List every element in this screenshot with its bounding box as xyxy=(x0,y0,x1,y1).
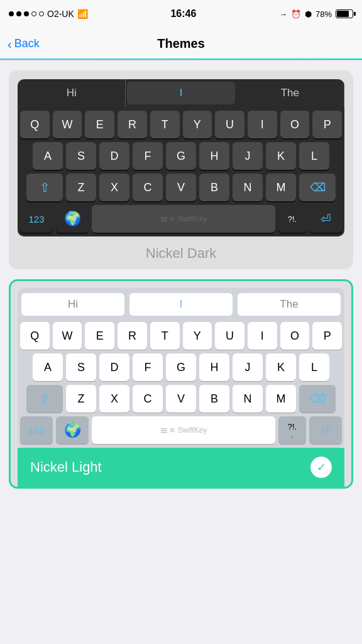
dot2 xyxy=(16,11,21,16)
key-t-light[interactable]: T xyxy=(150,322,180,350)
row2-light: A S D F G H J K L xyxy=(20,353,342,381)
key-z-dark[interactable]: Z xyxy=(66,174,96,201)
key-v-light[interactable]: V xyxy=(166,385,196,413)
key-g-dark[interactable]: G xyxy=(166,142,196,170)
battery-icon xyxy=(336,9,353,18)
key-globe-dark[interactable]: 🌍 xyxy=(56,205,89,233)
key-a-dark[interactable]: A xyxy=(33,142,63,170)
status-bar: O2-UK 📶 16:46 → ⏰ ⬢ 78% xyxy=(0,0,362,28)
dot1 xyxy=(9,11,14,16)
key-c-light[interactable]: C xyxy=(133,385,163,413)
key-delete-dark[interactable]: ⌫ xyxy=(299,174,336,201)
key-123-dark[interactable]: 123 xyxy=(20,205,53,233)
key-b-dark[interactable]: B xyxy=(199,174,229,201)
row2-dark: A S D F G H J K L xyxy=(20,142,342,170)
key-q-dark[interactable]: Q xyxy=(20,111,50,138)
swiftkey-logo-light: ≋ SwiftKey xyxy=(160,425,207,436)
row3-dark: ⇧ Z X C V B N M ⌫ xyxy=(20,174,342,201)
key-h-dark[interactable]: H xyxy=(199,142,229,170)
key-f-light[interactable]: F xyxy=(133,353,163,381)
row3-light: ⇧ Z X C V B N M ⌫ xyxy=(20,385,342,413)
selected-check-icon: ✓ xyxy=(310,457,332,478)
key-x-light[interactable]: X xyxy=(99,385,129,413)
key-n-light[interactable]: N xyxy=(233,385,263,413)
key-s-dark[interactable]: S xyxy=(66,142,96,170)
key-r-dark[interactable]: R xyxy=(118,111,147,138)
battery-pct: 78% xyxy=(315,9,332,19)
key-j-dark[interactable]: J xyxy=(233,142,263,170)
key-u-dark[interactable]: U xyxy=(215,111,244,138)
key-n-dark[interactable]: N xyxy=(233,174,263,201)
key-y-light[interactable]: Y xyxy=(183,322,212,350)
alarm-icon: ⏰ xyxy=(291,9,301,19)
key-punct-dark[interactable]: ?!. xyxy=(278,205,306,233)
key-k-dark[interactable]: K xyxy=(266,142,296,170)
nav-bar: ‹ Back Themes xyxy=(0,28,362,60)
key-w-dark[interactable]: W xyxy=(53,111,82,138)
key-l-dark[interactable]: L xyxy=(299,142,329,170)
key-w-light[interactable]: W xyxy=(53,322,82,350)
key-v-dark[interactable]: V xyxy=(166,174,196,201)
bluetooth-icon: ⬢ xyxy=(305,9,312,19)
key-globe-light[interactable]: 🌍 xyxy=(56,416,89,444)
key-p-dark[interactable]: P xyxy=(312,111,342,138)
key-l-light[interactable]: L xyxy=(299,353,329,381)
signal-dots xyxy=(9,11,44,16)
key-e-light[interactable]: E xyxy=(85,322,114,350)
dot5 xyxy=(39,11,44,16)
key-s-light[interactable]: S xyxy=(66,353,96,381)
carrier-label: O2-UK xyxy=(47,9,74,19)
theme-label-nickel-dark: Nickel Dark xyxy=(18,236,344,269)
theme-card-nickel-dark[interactable]: Hi I The Q W E R T Y U I O P A xyxy=(9,70,353,269)
key-f-dark[interactable]: F xyxy=(133,142,163,170)
battery-fill xyxy=(337,11,349,17)
pred-i-dark: I xyxy=(127,82,234,104)
key-h-light[interactable]: H xyxy=(199,353,229,381)
key-k-light[interactable]: K xyxy=(266,353,296,381)
key-p-light[interactable]: P xyxy=(312,322,342,350)
key-delete-light[interactable]: ⌫ xyxy=(299,385,336,413)
key-u-light[interactable]: U xyxy=(215,322,244,350)
themes-content: Hi I The Q W E R T Y U I O P A xyxy=(0,60,362,499)
status-right: → ⏰ ⬢ 78% xyxy=(279,9,353,19)
key-e-dark[interactable]: E xyxy=(85,111,114,138)
key-y-dark[interactable]: Y xyxy=(183,111,212,138)
key-j-light[interactable]: J xyxy=(233,353,263,381)
key-o-light[interactable]: O xyxy=(280,322,310,350)
pred-i-light: I xyxy=(129,293,233,316)
key-z-light[interactable]: Z xyxy=(66,385,96,413)
row1-dark: Q W E R T Y U I O P xyxy=(20,111,342,138)
key-i-light[interactable]: I xyxy=(248,322,277,350)
key-q-light[interactable]: Q xyxy=(20,322,50,350)
key-shift-light[interactable]: ⇧ xyxy=(26,385,63,413)
key-space-dark[interactable]: ≋ SwiftKey xyxy=(92,205,275,233)
key-d-light[interactable]: D xyxy=(99,353,129,381)
back-button[interactable]: ‹ Back xyxy=(8,37,40,50)
key-m-light[interactable]: M xyxy=(266,385,296,413)
key-d-dark[interactable]: D xyxy=(99,142,129,170)
key-123-light[interactable]: 123 xyxy=(20,416,53,444)
key-enter-light[interactable]: ⏎ xyxy=(309,416,342,444)
key-g-light[interactable]: G xyxy=(166,353,196,381)
key-i-dark[interactable]: I xyxy=(248,111,277,138)
location-icon: → xyxy=(279,9,287,19)
theme-card-nickel-light[interactable]: Hi I The Q W E R T Y U I O P A xyxy=(9,279,353,489)
key-r-light[interactable]: R xyxy=(118,322,147,350)
key-rows-dark: Q W E R T Y U I O P A S D F G H xyxy=(18,107,344,205)
key-rows-light: Q W E R T Y U I O P A S D F G H xyxy=(18,318,344,416)
key-shift-dark[interactable]: ⇧ xyxy=(26,174,63,201)
key-punct-light[interactable]: ?!.. xyxy=(278,416,306,444)
dot3 xyxy=(24,11,29,16)
swiftkey-logo-dark: ≋ SwiftKey xyxy=(160,213,207,225)
key-enter-dark[interactable]: ⏎ xyxy=(309,205,342,233)
key-space-light[interactable]: ≋ SwiftKey xyxy=(92,416,275,444)
key-o-dark[interactable]: O xyxy=(280,111,310,138)
key-c-dark[interactable]: C xyxy=(133,174,163,201)
key-m-dark[interactable]: M xyxy=(266,174,296,201)
bottom-row-light: 123 🌍 ≋ SwiftKey ?!.. ⏎ xyxy=(18,416,344,448)
key-b-light[interactable]: B xyxy=(199,385,229,413)
key-a-light[interactable]: A xyxy=(33,353,63,381)
key-t-dark[interactable]: T xyxy=(150,111,180,138)
keyboard-light: Hi I The Q W E R T Y U I O P A xyxy=(18,288,344,448)
key-x-dark[interactable]: X xyxy=(99,174,129,201)
